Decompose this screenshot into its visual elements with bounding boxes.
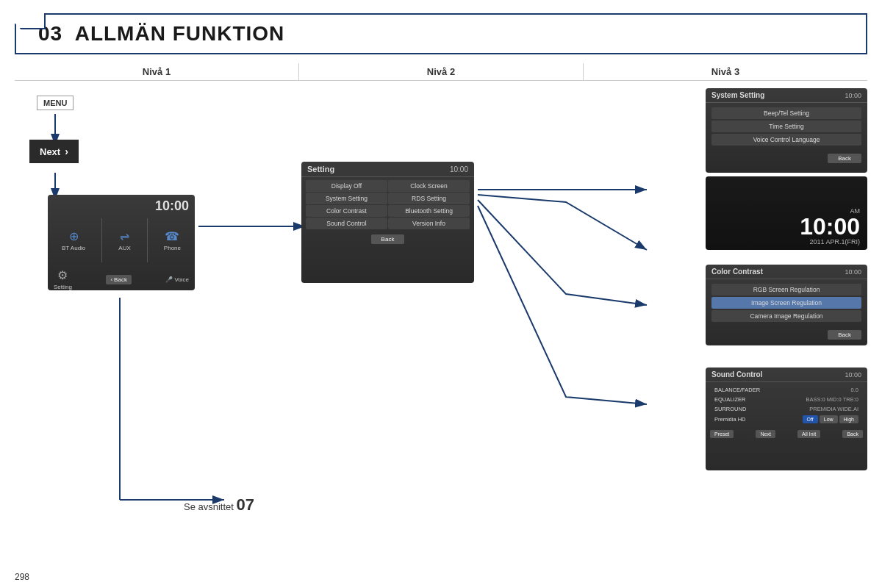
premidia-high-btn[interactable]: High bbox=[839, 415, 858, 423]
equalizer-label: EQUALIZER bbox=[714, 396, 746, 403]
color-contrast-time: 10:00 bbox=[845, 268, 861, 276]
color-contrast-title: Color Contrast bbox=[711, 268, 763, 276]
equalizer-value: BASS:0 MID:0 TRE:0 bbox=[806, 396, 858, 403]
rgb-screen-regulation[interactable]: RGB Screen Regulation bbox=[711, 284, 861, 295]
system-setting-title: System Setting bbox=[711, 91, 764, 99]
premidia-off-btn[interactable]: Off bbox=[803, 415, 818, 423]
clock-time: 10:00 bbox=[800, 215, 860, 238]
level2-setting-screen: Setting 10:00 Display Off Clock Screen S… bbox=[301, 162, 474, 283]
menu-display-off[interactable]: Display Off bbox=[306, 180, 387, 192]
camera-image-regulation[interactable]: Camera Image Regulation bbox=[711, 310, 861, 322]
premidia-low-btn[interactable]: Low bbox=[820, 415, 838, 423]
image-screen-regulation[interactable]: Image Screen Regulation bbox=[711, 297, 861, 309]
menu-color-contrast[interactable]: Color Contrast bbox=[306, 205, 387, 217]
level1-screen: 10:00 ⊕ BT Audio ⇌ AUX ☎ Phone ⚙ Setting bbox=[48, 195, 195, 290]
system-setting-header: System Setting 10:00 bbox=[706, 88, 867, 103]
system-setting-time: 10:00 bbox=[845, 92, 861, 99]
section-number: 07 bbox=[237, 495, 254, 514]
sound-control-title: Sound Control bbox=[711, 370, 762, 379]
l2-title: Setting bbox=[307, 165, 334, 173]
menu-button[interactable]: MENU bbox=[37, 96, 74, 110]
phone-icon[interactable]: ☎ Phone bbox=[164, 229, 181, 251]
clock-date: 2011 APR.1(FRI) bbox=[809, 238, 860, 245]
premidia-row: Premidia HD Off Low High bbox=[710, 414, 863, 425]
surround-label: SURROUND bbox=[714, 406, 746, 412]
menu-version-info[interactable]: Version Info bbox=[388, 218, 470, 229]
l1-time: 10:00 bbox=[48, 195, 195, 215]
system-setting-body: Beep/Tel Setting Time Setting Voice Cont… bbox=[706, 103, 867, 151]
col-header-2: Nivå 2 bbox=[299, 63, 584, 80]
columns-header: Nivå 1 Nivå 2 Nivå 3 bbox=[15, 63, 867, 81]
l2-time: 10:00 bbox=[450, 165, 468, 173]
section-ref-text: Se avsnittet bbox=[184, 501, 234, 512]
voice-control-language[interactable]: Voice Control Language bbox=[711, 134, 861, 146]
col-header-3: Nivå 3 bbox=[584, 63, 867, 80]
surround-row: SURROUND PREMIDIA WIDE.AI bbox=[710, 404, 863, 414]
l2-back-row: Back bbox=[301, 232, 474, 246]
main-area: MENU Next › 10:00 ⊕ BT Audio ⇌ AUX ☎ Pho… bbox=[15, 81, 867, 551]
premidia-options: Off Low High bbox=[803, 415, 858, 423]
menu-clock-screen[interactable]: Clock Screen bbox=[388, 180, 470, 192]
preset-button[interactable]: Preset bbox=[710, 430, 734, 438]
back-button-sound[interactable]: Back bbox=[842, 430, 863, 438]
sound-control-buttons: Preset Next All Init Back bbox=[706, 428, 867, 440]
page-title: 03 ALLMÄN FUNKTION bbox=[38, 22, 851, 46]
sound-control-time: 10:00 bbox=[845, 371, 861, 379]
l2-header: Setting 10:00 bbox=[301, 162, 474, 177]
l1-icons-row: ⊕ BT Audio ⇌ AUX ☎ Phone bbox=[48, 215, 195, 265]
balance-fader-label: BALANCE/FADER bbox=[714, 387, 760, 393]
time-setting[interactable]: Time Setting bbox=[711, 121, 861, 132]
color-contrast-screen: Color Contrast 10:00 RGB Screen Regulati… bbox=[706, 265, 867, 345]
system-setting-footer: Back bbox=[706, 151, 867, 165]
clock-screen: AM 10:00 2011 APR.1(FRI) bbox=[706, 176, 867, 250]
menu-sound-control[interactable]: Sound Control bbox=[306, 218, 387, 229]
balance-fader-value: 0.0 bbox=[851, 387, 858, 393]
menu-rds-setting[interactable]: RDS Setting bbox=[388, 193, 470, 204]
equalizer-row: EQUALIZER BASS:0 MID:0 TRE:0 bbox=[710, 395, 863, 404]
menu-system-setting[interactable]: System Setting bbox=[306, 193, 387, 204]
l1-voice-button[interactable]: 🎤 Voice bbox=[165, 276, 189, 283]
premidia-label: Premidia HD bbox=[714, 416, 746, 423]
next-button-sound[interactable]: Next bbox=[756, 430, 775, 438]
color-contrast-body: RGB Screen Regulation Image Screen Regul… bbox=[706, 279, 867, 328]
divider bbox=[101, 218, 102, 262]
sound-control-header: Sound Control 10:00 bbox=[706, 368, 867, 382]
bt-audio-icon[interactable]: ⊕ BT Audio bbox=[62, 229, 85, 251]
color-contrast-header: Color Contrast 10:00 bbox=[706, 265, 867, 279]
menu-bluetooth-setting[interactable]: Bluetooth Setting bbox=[388, 205, 470, 217]
aux-icon[interactable]: ⇌ AUX bbox=[118, 229, 130, 251]
balance-fader-row: BALANCE/FADER 0.0 bbox=[710, 385, 863, 395]
next-button[interactable]: Next › bbox=[29, 140, 79, 163]
l2-back-button[interactable]: Back bbox=[371, 234, 405, 244]
section-reference: Se avsnittet 07 bbox=[184, 495, 254, 514]
col-header-1: Nivå 1 bbox=[15, 63, 299, 80]
color-contrast-footer: Back bbox=[706, 328, 867, 342]
color-contrast-back[interactable]: Back bbox=[828, 330, 861, 340]
next-label: Next bbox=[40, 146, 60, 157]
sound-control-screen: Sound Control 10:00 BALANCE/FADER 0.0 EQ… bbox=[706, 368, 867, 470]
page-header: 03 ALLMÄN FUNKTION bbox=[15, 13, 867, 54]
sound-control-body: BALANCE/FADER 0.0 EQUALIZER BASS:0 MID:0… bbox=[706, 382, 867, 428]
beep-tel-setting[interactable]: Beep/Tel Setting bbox=[711, 107, 861, 119]
divider2 bbox=[147, 218, 148, 262]
page-number: 298 bbox=[15, 572, 29, 582]
system-setting-back[interactable]: Back bbox=[828, 154, 861, 163]
l1-bottom-row: ⚙ Setting ‹ Back 🎤 Voice bbox=[48, 265, 195, 293]
setting-icon[interactable]: ⚙ Setting bbox=[54, 268, 72, 290]
system-setting-screen: System Setting 10:00 Beep/Tel Setting Ti… bbox=[706, 88, 867, 173]
surround-value: PREMIDIA WIDE.AI bbox=[809, 406, 858, 412]
chevron-right-icon: › bbox=[65, 146, 68, 157]
l1-back-button[interactable]: ‹ Back bbox=[106, 275, 131, 284]
all-init-button[interactable]: All Init bbox=[797, 430, 820, 438]
l2-menu-grid: Display Off Clock Screen System Setting … bbox=[301, 177, 474, 232]
